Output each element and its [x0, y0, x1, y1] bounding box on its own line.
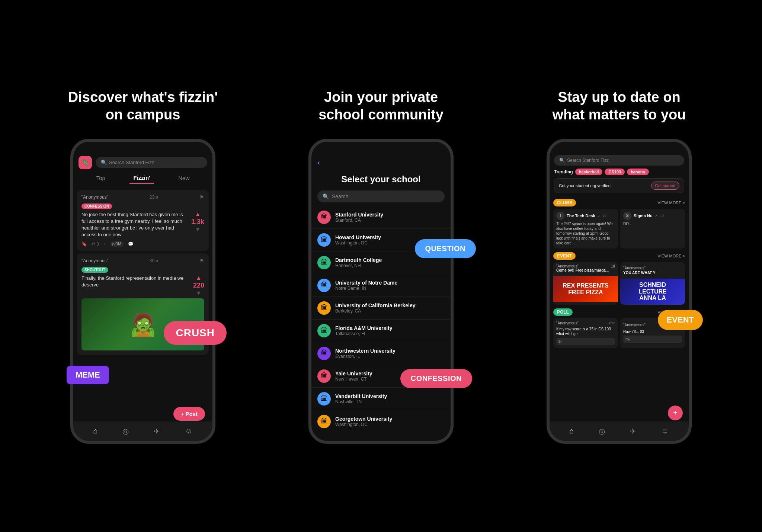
club-time-sigmanu: 1d: [660, 214, 664, 218]
school-icon-georgetown: 🏛: [317, 415, 331, 428]
share-icon[interactable]: ↑: [103, 241, 106, 247]
clubs-label: CLUBS: [553, 199, 576, 206]
post-2-content: Finally, the Stanford representation in …: [81, 275, 190, 288]
post-2-tag: SHOUTOUT: [81, 267, 108, 273]
get-started-button[interactable]: Get started: [651, 182, 679, 190]
school-loc-stanford: Stanford, CA: [335, 218, 445, 223]
crush-bubble: CRUSH: [164, 321, 227, 345]
school-name-vanderbilt: Vanderbilt University: [335, 393, 445, 399]
s3-search[interactable]: 🔍 Search Stanford Fizz: [554, 155, 684, 166]
downvote-arrow-1[interactable]: ▼: [195, 227, 201, 233]
panel-2: Join your privateschool community QUESTI…: [262, 89, 500, 444]
tag-banana[interactable]: banana: [627, 169, 649, 175]
poll-1-user: "Anonymous": [556, 321, 579, 325]
school-item-notredame[interactable]: 🏛 University of Notre Dame Notre Dame, I…: [311, 274, 451, 297]
school-item-georgetown[interactable]: 🏛 Georgetown University Washington, DC: [311, 410, 451, 433]
post-button[interactable]: + Post: [173, 407, 205, 421]
school-name-stanford: Stanford University: [335, 212, 445, 218]
post-1-time: 23m: [150, 195, 158, 200]
screen-2: ‹ Select your school 🔍 Search 🏛 Stanford…: [311, 142, 451, 441]
phone-notch-3: [595, 142, 643, 153]
nav-profile-icon[interactable]: ☺: [185, 427, 192, 435]
event-view-more[interactable]: VIEW MORE >: [657, 254, 685, 258]
nav-home-icon[interactable]: ⌂: [93, 427, 97, 435]
post-2-vote: ▲ 220 ▼: [193, 275, 204, 296]
poll-1-options: B-: [556, 338, 615, 345]
phone-wrapper-1: CRUSH MEME 🦎 🔍 Search Stanford Fizz: [70, 139, 215, 444]
bottom-nav-1: ⌂ ◎ ✈ ☺: [73, 422, 212, 441]
search-icon-2: 🔍: [323, 193, 329, 199]
search-placeholder-1: Search Stanford Fizz: [109, 160, 154, 165]
post-1-actions: 🔖 ↺ 3 ↑ ▷DM 💬: [81, 241, 188, 247]
post-1-tag: CONFESSION: [81, 203, 112, 209]
school-name-famu: Florida A&M University: [335, 325, 445, 331]
school-name-northwestern: Northwestern University: [335, 348, 445, 354]
nav-message-icon[interactable]: ✈: [154, 427, 160, 436]
tab-new[interactable]: New: [175, 173, 193, 183]
school-info-famu: Florida A&M University Tallahassee, FL: [335, 325, 445, 336]
club-name-sigmanu: Sigma Nu: [634, 214, 653, 218]
post-2-user: "Anonymous": [81, 258, 108, 263]
upvote-arrow-1[interactable]: ▲: [195, 211, 201, 217]
nav-home-icon-3[interactable]: ⌂: [569, 427, 574, 435]
clubs-view-more[interactable]: VIEW MORE >: [657, 201, 685, 205]
school-info-vanderbilt: Vanderbilt University Nashville, TN: [335, 393, 445, 404]
school-item-vanderbilt[interactable]: 🏛 Vanderbilt University Nashville, TN: [311, 388, 451, 410]
search-placeholder-3: Search Stanford Fizz: [567, 158, 609, 163]
nav-explore-icon[interactable]: ◎: [122, 427, 129, 436]
s3-trending: Trending basketball CS103 banana: [554, 169, 684, 175]
school-info-georgetown: Georgetown University Washington, DC: [335, 416, 445, 427]
bottom-nav-3: ⌂ ◎ ✈ ☺: [550, 422, 689, 441]
school-icon-howard: 🏛: [317, 233, 331, 247]
repost-icon[interactable]: ↺ 3: [92, 241, 99, 247]
app-logo-icon: 🦎: [79, 156, 92, 169]
panel-3: Stay up to date onwhat matters to you EV…: [500, 89, 738, 444]
school-icon-notredame: 🏛: [317, 279, 331, 292]
nav-profile-icon-3[interactable]: ☺: [661, 427, 669, 435]
upvote-arrow-2[interactable]: ▲: [196, 275, 202, 281]
school-name-berkeley: University of California Berkeley: [335, 302, 445, 308]
nav-message-icon-3[interactable]: ✈: [630, 427, 636, 436]
poll-1-option-1[interactable]: B-: [556, 338, 615, 345]
phone-wrapper-3: EVENT 🔍 Search Stanford Fizz Trending ba…: [547, 139, 692, 444]
school-item-famu[interactable]: 🏛 Florida A&M University Tallahassee, FL: [311, 320, 451, 342]
verified-text: Get your student org verified: [559, 183, 611, 188]
event-1-time: 1d: [611, 264, 615, 268]
tag-cs103[interactable]: CS103: [605, 169, 625, 175]
question-bubble: QUESTION: [415, 239, 476, 258]
school-info-berkeley: University of California Berkeley Berkel…: [335, 302, 445, 314]
poll-2-option-1[interactable]: Ra: [623, 336, 682, 343]
club-text-sigmanu: DO...: [623, 221, 682, 226]
post-1-content: No joke the best thing Stanford has give…: [81, 211, 188, 238]
poll-1-option-1-text: B-: [558, 340, 562, 343]
tab-fizzin[interactable]: Fizzin': [129, 172, 154, 184]
comment-icon[interactable]: 💬: [128, 241, 134, 247]
post-2-flag[interactable]: ⚑: [199, 258, 204, 264]
school-item-stanford[interactable]: 🏛 Stanford University Stanford, CA: [311, 206, 451, 229]
clubs-row: T The Tech Desk ✓ 1d The 24/7 space is o…: [553, 209, 685, 249]
school-loc-dartmouth: Hanover, NH: [335, 263, 445, 268]
event-2-image-text: SCHNEIDLECTUREANNA LA: [638, 282, 667, 301]
post-1-user: "Anonymous": [81, 195, 108, 200]
vote-count-1: 1.3k: [191, 218, 204, 226]
tab-top[interactable]: Top: [93, 173, 109, 183]
post-1-flag[interactable]: ⚑: [199, 194, 204, 200]
dm-button[interactable]: ▷DM: [110, 241, 124, 247]
event-row: "Anonymous" 1d Come by!! Free pizza/marg…: [553, 262, 685, 305]
phone-notch-1: [119, 142, 167, 153]
search-placeholder-2: Search: [332, 193, 348, 199]
school-item-northwestern[interactable]: 🏛 Northwestern University Evanston, IL: [311, 342, 451, 365]
poll-2-user: "Anonymous": [623, 323, 646, 327]
panel-1: Discover what's fizzin'on campus CRUSH M…: [24, 89, 262, 444]
bookmark-icon[interactable]: 🔖: [81, 241, 87, 247]
nav-explore-icon-3[interactable]: ◎: [599, 427, 605, 436]
phone-notch-2: [357, 142, 405, 153]
downvote-arrow-2[interactable]: ▼: [196, 290, 202, 296]
school-item-berkeley[interactable]: 🏛 University of California Berkeley Berk…: [311, 297, 451, 320]
search-bar-1[interactable]: 🔍 Search Stanford Fizz: [96, 157, 207, 168]
fab-button[interactable]: +: [668, 406, 683, 420]
s2-search[interactable]: 🔍 Search: [317, 190, 445, 202]
post-2-header: "Anonymous" 30m ⚑: [81, 258, 204, 264]
tag-basketball[interactable]: basketball: [575, 169, 603, 175]
school-info-northwestern: Northwestern University Evanston, IL: [335, 348, 445, 359]
